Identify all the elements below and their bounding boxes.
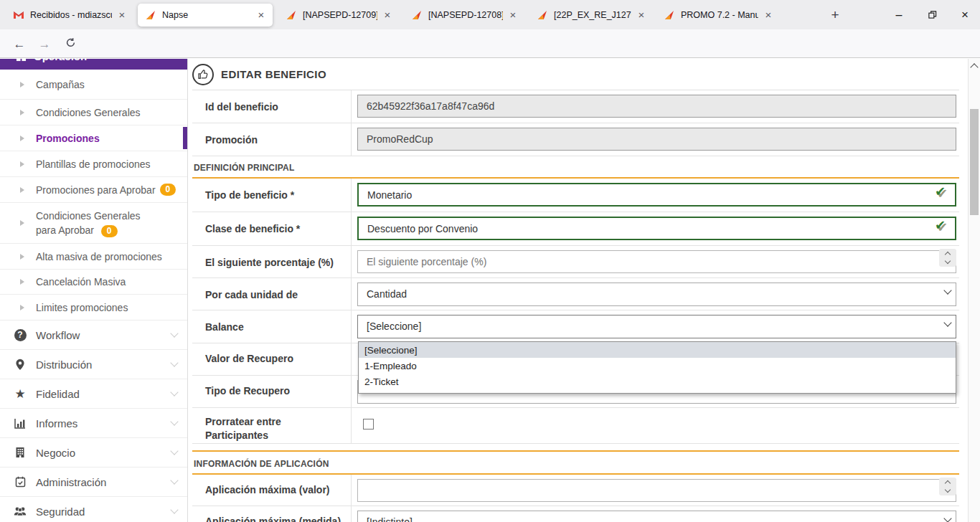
clase-beneficio-input[interactable] bbox=[357, 217, 956, 240]
back-button[interactable]: ← bbox=[9, 34, 29, 54]
sidebar: Operación Campañas Condiciones Generales… bbox=[0, 59, 188, 522]
sidebar-item-label: Campañas bbox=[36, 79, 85, 90]
field-row-porcentaje: El siguiente porcentaje (%) bbox=[192, 246, 959, 278]
field-label: Aplicación máxima (medida) bbox=[192, 506, 352, 522]
tab-jira-12709[interactable]: [NAPSEPD-12709] [22P_E × bbox=[278, 4, 399, 27]
tab-close-icon[interactable]: × bbox=[507, 9, 519, 21]
dropdown-option-ticket[interactable]: 2-Ticket bbox=[359, 374, 956, 389]
tab-close-icon[interactable]: × bbox=[382, 9, 393, 21]
sidebar-item-cancelacion-masiva[interactable]: Cancelación Masiva bbox=[0, 270, 187, 295]
window-restore-button[interactable] bbox=[915, 0, 948, 29]
aplicacion-maxima-valor-input[interactable] bbox=[357, 479, 956, 502]
tipo-beneficio-input[interactable] bbox=[357, 183, 956, 207]
sidebar-item-fidelidad[interactable]: ★Fidelidad bbox=[0, 379, 187, 409]
field-label: Clase de beneficio * bbox=[192, 212, 352, 245]
sidebar-item-administracion[interactable]: Administración bbox=[0, 468, 187, 497]
sidebar-item-label: Distribución bbox=[36, 359, 92, 371]
scroll-up-icon[interactable] bbox=[970, 63, 978, 71]
calendar-icon bbox=[15, 476, 26, 488]
napse-icon bbox=[145, 9, 156, 21]
reload-icon bbox=[65, 37, 76, 48]
caret-right-icon bbox=[20, 82, 24, 87]
sidebar-item-label: Workflow bbox=[36, 329, 80, 341]
tab-anf-doc[interactable]: [22P_EX_RE_J12708]_ANF_ × bbox=[529, 4, 653, 27]
valid-check-icon: ✔✔ bbox=[935, 184, 951, 199]
sidebar-item-informes[interactable]: Informes bbox=[0, 409, 187, 438]
question-circle-icon: ? bbox=[14, 329, 27, 341]
sidebar-item-promociones-aprobar[interactable]: Promociones para Aprobar0 bbox=[0, 177, 187, 203]
sidebar-item-seguridad[interactable]: Seguridad bbox=[0, 497, 187, 522]
sidebar-item-distribucion[interactable]: Distribución bbox=[0, 350, 187, 379]
sidebar-item-label: Informes bbox=[36, 417, 77, 430]
sidebar-section-operacion[interactable]: Operación bbox=[0, 59, 187, 70]
section-header-informacion-aplicacion: INFORMACIÓN DE APLICACIÓN bbox=[192, 450, 959, 475]
reload-button[interactable] bbox=[60, 34, 80, 54]
chevron-down-icon bbox=[170, 359, 178, 366]
valid-check-icon: ✔✔ bbox=[935, 217, 951, 233]
section-header-definicion-principal: DEFINICIÓN PRINCIPAL bbox=[192, 156, 959, 179]
page-scrollbar[interactable] bbox=[968, 59, 980, 522]
tab-bar: Recibidos - mdiazscully@ × Napse × [NAPS… bbox=[0, 0, 980, 29]
window-minimize-button[interactable]: – bbox=[882, 0, 915, 29]
tab-title: Recibidos - mdiazscully@ bbox=[30, 10, 112, 20]
tab-napse-active[interactable]: Napse × bbox=[138, 4, 273, 27]
number-spinner[interactable] bbox=[939, 478, 956, 495]
sidebar-item-label: Plantillas de promociones bbox=[36, 158, 151, 170]
napse-icon bbox=[664, 9, 675, 21]
field-label: Valor de Recupero bbox=[192, 343, 352, 375]
app-page: Operación Campañas Condiciones Generales… bbox=[0, 59, 980, 522]
forward-button[interactable]: → bbox=[34, 34, 55, 54]
field-label: Por cada unidad de bbox=[192, 278, 352, 310]
tab-close-icon[interactable]: × bbox=[255, 9, 267, 21]
grid-icon bbox=[16, 59, 27, 62]
tab-close-icon[interactable]: × bbox=[636, 9, 647, 21]
sidebar-item-campanas[interactable]: Campañas bbox=[0, 70, 187, 100]
chevron-down-icon bbox=[170, 447, 178, 455]
sidebar-item-limites[interactable]: Limites promociones bbox=[0, 295, 187, 321]
count-badge: 0 bbox=[160, 184, 176, 196]
scrollbar-thumb[interactable] bbox=[970, 109, 979, 215]
new-tab-button[interactable]: + bbox=[825, 6, 845, 24]
sidebar-item-workflow[interactable]: ?Workflow bbox=[0, 321, 187, 350]
sidebar-item-negocio[interactable]: Negocio bbox=[0, 438, 187, 468]
porcentaje-input[interactable] bbox=[357, 250, 956, 273]
balance-select[interactable]: [Seleccione] bbox=[357, 315, 956, 338]
caret-right-icon bbox=[20, 110, 24, 115]
number-spinner[interactable] bbox=[939, 249, 956, 267]
tab-title: PROMO 7.2 - Manual de U bbox=[681, 10, 758, 20]
browser-toolbar: ← → localhost:7870/promo/benefit/edit?pr… bbox=[0, 29, 980, 58]
tab-promo-manual[interactable]: PROMO 7.2 - Manual de U × bbox=[656, 4, 780, 27]
prorratear-checkbox[interactable] bbox=[363, 419, 374, 430]
chevron-down-icon bbox=[170, 329, 178, 337]
browser-window: Recibidos - mdiazscully@ × Napse × [NAPS… bbox=[0, 0, 980, 522]
tab-close-icon[interactable]: × bbox=[116, 9, 128, 21]
field-label: Prorratear entre Participantes bbox=[192, 408, 352, 443]
tab-close-icon[interactable]: × bbox=[763, 9, 774, 21]
sidebar-item-plantillas[interactable]: Plantillas de promociones bbox=[0, 151, 187, 177]
sidebar-item-condiciones-generales[interactable]: Condiciones Generales bbox=[0, 100, 187, 125]
sidebar-item-label: Fidelidad bbox=[36, 388, 80, 400]
sidebar-item-label: Administración bbox=[36, 476, 106, 488]
field-label: Aplicación máxima (valor) bbox=[192, 475, 352, 506]
dropdown-option-seleccione[interactable]: [Seleccione] bbox=[359, 342, 956, 358]
dropdown-option-empleado[interactable]: 1-Empleado bbox=[359, 358, 956, 374]
chevron-down-icon bbox=[170, 388, 178, 396]
tab-title: [NAPSEPD-12709] [22P_E bbox=[303, 10, 377, 20]
sidebar-item-condiciones-aprobar[interactable]: Condiciones Generales para Aprobar 0 bbox=[0, 203, 187, 244]
chevron-down-icon bbox=[170, 506, 178, 513]
field-row-tipo-beneficio: Tipo de beneficio * ✔✔ bbox=[192, 179, 959, 212]
caret-right-icon bbox=[20, 305, 24, 310]
restore-icon bbox=[928, 10, 937, 19]
tab-gmail[interactable]: Recibidos - mdiazscully@ × bbox=[6, 4, 133, 27]
sidebar-item-label: Condiciones Generales para Aprobar 0 bbox=[36, 209, 161, 237]
aplicacion-maxima-medida-select[interactable]: [Indistinto] bbox=[357, 511, 956, 522]
edit-benefit-form: EDITAR BENEFICIO Id del beneficio Promoc… bbox=[192, 59, 959, 522]
tab-jira-12708[interactable]: [NAPSEPD-12708] [22P_E × bbox=[404, 4, 524, 27]
sidebar-item-alta-masiva[interactable]: Alta masiva de promociones bbox=[0, 244, 187, 270]
unidad-select[interactable]: Cantidad bbox=[357, 283, 956, 306]
sidebar-section-label: Operación bbox=[34, 59, 87, 62]
napse-icon bbox=[411, 9, 423, 21]
window-close-button[interactable]: × bbox=[948, 0, 980, 29]
caret-right-icon bbox=[20, 279, 24, 285]
sidebar-item-promociones[interactable]: Promociones bbox=[0, 125, 187, 151]
